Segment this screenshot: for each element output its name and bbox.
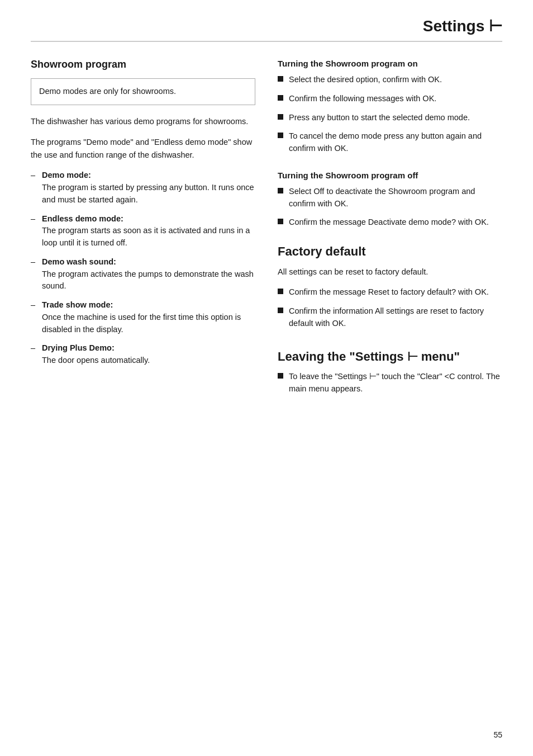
dash-item-label: Trade show mode: <box>42 300 113 309</box>
list-item: To cancel the demo mode press any button… <box>278 130 502 155</box>
list-item: – Demo wash sound: The program activates… <box>31 256 255 292</box>
dash-item-label: Demo wash sound: <box>42 257 116 266</box>
list-item: Confirm the information All settings are… <box>278 305 502 330</box>
turning-off-list: Select Off to deactivate the Showroom pr… <box>278 186 502 229</box>
bullet-icon <box>278 133 283 138</box>
turning-on-section: Turning the Showroom program on Select t… <box>278 59 502 155</box>
turning-on-list: Select the desired option, confirm with … <box>278 74 502 155</box>
bullet-icon <box>278 219 283 224</box>
factory-section: Factory default All settings can be rese… <box>278 244 502 329</box>
dash-content: Endless demo mode: The program starts as… <box>42 213 255 249</box>
list-item: Confirm the message Reset to factory def… <box>278 286 502 299</box>
bullet-text: Press any button to start the selected d… <box>289 112 470 124</box>
page-header: Settings ⊢ <box>31 17 502 42</box>
bullet-text: To leave the "Settings ⊢" touch the "Cle… <box>289 371 502 395</box>
dash-prefix: – <box>31 256 42 292</box>
dash-prefix: – <box>31 342 42 367</box>
bullet-text: Confirm the following messages with OK. <box>289 93 436 105</box>
dash-item-desc: The program is started by pressing any b… <box>42 183 254 204</box>
list-item: – Endless demo mode: The program starts … <box>31 213 255 249</box>
leaving-list: To leave the "Settings ⊢" touch the "Cle… <box>278 371 502 395</box>
dash-item-label: Demo mode: <box>42 171 91 179</box>
factory-title: Factory default <box>278 244 502 259</box>
factory-intro: All settings can be reset to factory def… <box>278 266 502 278</box>
dash-item-desc: Once the machine is used for the first t… <box>42 313 241 334</box>
list-item: – Trade show mode: Once the machine is u… <box>31 299 255 336</box>
dash-prefix: – <box>31 169 42 206</box>
turning-on-title: Turning the Showroom program on <box>278 59 502 68</box>
dash-item-desc: The program starts as soon as it is acti… <box>42 226 250 247</box>
page-title: Settings ⊢ <box>423 17 502 35</box>
dash-item-desc: The door opens automatically. <box>42 356 150 365</box>
factory-list: Confirm the message Reset to factory def… <box>278 286 502 329</box>
bullet-icon <box>278 308 283 313</box>
right-column: Turning the Showroom program on Select t… <box>278 59 502 411</box>
list-item: Confirm the message Deactivate demo mode… <box>278 216 502 229</box>
bullet-text: Confirm the message Reset to factory def… <box>289 286 489 299</box>
dash-prefix: – <box>31 299 42 336</box>
bullet-icon <box>278 76 283 82</box>
bullet-text: To cancel the demo mode press any button… <box>289 130 502 155</box>
dash-content: Demo wash sound: The program activates t… <box>42 256 255 292</box>
bullet-icon <box>278 114 283 120</box>
turning-off-section: Turning the Showroom program off Select … <box>278 171 502 229</box>
dash-prefix: – <box>31 213 42 249</box>
bullet-icon <box>278 289 283 294</box>
dash-content: Trade show mode: Once the machine is use… <box>42 299 255 336</box>
dash-item-desc: The program activates the pumps to demon… <box>42 270 254 291</box>
content-columns: Showroom program Demo modes are only for… <box>31 59 502 411</box>
bullet-text: Select the desired option, confirm with … <box>289 74 442 86</box>
turning-off-title: Turning the Showroom program off <box>278 171 502 180</box>
intro-text-1: The dishwasher has various demo programs… <box>31 115 255 128</box>
dash-content: Demo mode: The program is started by pre… <box>42 169 255 206</box>
left-column: Showroom program Demo modes are only for… <box>31 59 255 411</box>
page: Settings ⊢ Showroom program Demo modes a… <box>0 0 533 756</box>
dash-item-label: Drying Plus Demo: <box>42 343 115 352</box>
dash-content: Drying Plus Demo: The door opens automat… <box>42 342 255 367</box>
bullet-icon <box>278 373 283 379</box>
leaving-section: Leaving the "Settings ⊢ menu" To leave t… <box>278 349 502 395</box>
info-box: Demo modes are only for showrooms. <box>31 78 255 105</box>
bullet-icon <box>278 188 283 193</box>
bullet-text: Confirm the information All settings are… <box>289 305 502 330</box>
bullet-icon <box>278 95 283 101</box>
list-item: – Demo mode: The program is started by p… <box>31 169 255 206</box>
page-number: 55 <box>493 730 502 739</box>
list-item: Select the desired option, confirm with … <box>278 74 502 86</box>
leaving-title: Leaving the "Settings ⊢ menu" <box>278 349 502 364</box>
list-item: – Drying Plus Demo: The door opens autom… <box>31 342 255 367</box>
list-item: To leave the "Settings ⊢" touch the "Cle… <box>278 371 502 395</box>
list-item: Select Off to deactivate the Showroom pr… <box>278 186 502 210</box>
showroom-title: Showroom program <box>31 59 255 70</box>
bullet-text: Select Off to deactivate the Showroom pr… <box>289 186 502 210</box>
list-item: Confirm the following messages with OK. <box>278 93 502 105</box>
dash-list: – Demo mode: The program is started by p… <box>31 169 255 367</box>
bullet-text: Confirm the message Deactivate demo mode… <box>289 216 489 229</box>
showroom-section: Showroom program Demo modes are only for… <box>31 59 255 367</box>
intro-text-2: The programs "Demo mode" and "Endless de… <box>31 136 255 162</box>
list-item: Press any button to start the selected d… <box>278 112 502 124</box>
dash-item-label: Endless demo mode: <box>42 214 123 223</box>
